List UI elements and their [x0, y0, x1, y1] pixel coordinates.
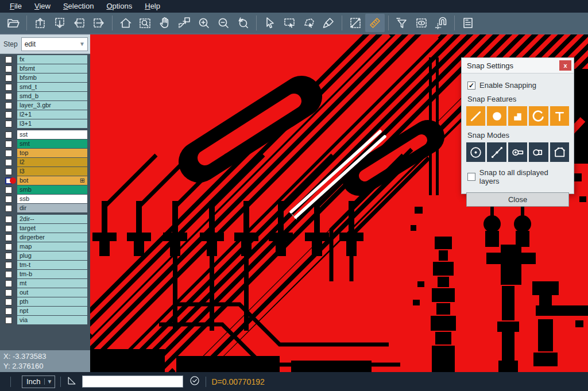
layer-row[interactable]: bot ⊞ [0, 176, 90, 185]
export-right-icon[interactable] [89, 14, 109, 32]
layer-row[interactable]: tm-b ⊞ [0, 270, 90, 278]
layer-name[interactable]: l2+1 [17, 110, 87, 119]
layer-visibility-checkbox[interactable] [0, 196, 17, 203]
layer-name[interactable]: l3 [17, 167, 87, 176]
select-rectangle-icon[interactable] [280, 14, 299, 32]
snap-feature-polygon-icon[interactable] [508, 106, 527, 126]
layer-visibility-checkbox[interactable] [0, 131, 17, 138]
zoom-window-icon[interactable] [175, 14, 194, 32]
layer-visibility-checkbox[interactable] [0, 141, 17, 148]
export-down-icon[interactable] [50, 14, 69, 32]
layer-row[interactable]: npt ⊞ [0, 307, 90, 315]
layer-visibility-checkbox[interactable] [0, 65, 17, 72]
layer-name[interactable]: l2 [17, 158, 87, 167]
snap-mode-slot-icon[interactable] [529, 142, 548, 162]
layer-visibility-checkbox[interactable] [0, 205, 17, 212]
layer-name[interactable]: target [17, 224, 87, 233]
all-layers-checkbox[interactable] [467, 173, 475, 181]
view-region-icon[interactable] [412, 14, 431, 32]
layer-visibility-checkbox[interactable] [0, 56, 17, 63]
layer-row[interactable]: ssb ⊞ [0, 195, 90, 203]
pan-hand-icon[interactable] [155, 14, 175, 32]
layer-visibility-checkbox[interactable] [0, 216, 17, 223]
layer-row[interactable]: fx ⊞ [0, 55, 90, 64]
layer-name[interactable]: smt [17, 140, 87, 148]
layer-name[interactable]: out [17, 288, 87, 297]
layer-visibility-checkbox[interactable] [0, 308, 17, 315]
layer-name[interactable]: bfsmb [17, 73, 87, 82]
layer-name[interactable]: tm-b [17, 270, 87, 278]
layer-visibility-checkbox[interactable] [0, 159, 17, 166]
layer-row[interactable]: bfsmt ⊞ [0, 64, 90, 73]
dialog-titlebar[interactable]: Snap Settings x [462, 58, 574, 73]
snap-magnet-icon[interactable] [431, 14, 451, 32]
select-polygon-icon[interactable] [299, 14, 319, 32]
brush-icon[interactable] [319, 14, 338, 32]
layer-name[interactable]: bot [17, 176, 87, 185]
layer-row[interactable]: bfsmb ⊞ [0, 73, 90, 82]
snap-mode-slot-origin-icon[interactable] [508, 142, 527, 162]
menu-item[interactable]: Help [138, 0, 167, 13]
layer-name[interactable]: dirgerber [17, 233, 87, 242]
layer-name[interactable]: bfsmt [17, 64, 87, 73]
layer-visibility-checkbox[interactable] [0, 243, 17, 250]
layer-name[interactable]: 2dir-- [17, 215, 87, 223]
layer-row[interactable]: mt ⊞ [0, 279, 90, 288]
layer-visibility-checkbox[interactable] [0, 111, 17, 118]
layer-row[interactable]: l2+1 ⊞ [0, 110, 90, 119]
layer-name[interactable]: npt [17, 307, 87, 315]
select-pointer-icon[interactable] [260, 14, 280, 32]
layer-visibility-checkbox[interactable] [0, 102, 17, 109]
layer-visibility-checkbox[interactable] [0, 187, 17, 193]
layer-row[interactable]: via ⊞ [0, 316, 90, 324]
layer-row[interactable]: smb ⊞ [0, 185, 90, 194]
layer-name[interactable]: ssb [17, 195, 87, 203]
layer-row[interactable]: tm-t ⊞ [0, 261, 90, 269]
layer-visibility-checkbox[interactable] [0, 225, 17, 232]
layer-visibility-checkbox[interactable] [0, 289, 17, 296]
layer-name[interactable]: plug [17, 251, 87, 260]
units-select[interactable]: Inch ▼ [22, 375, 55, 388]
layer-visibility-checkbox[interactable] [0, 121, 17, 127]
layer-name[interactable]: pth [17, 297, 87, 306]
export-up-icon[interactable] [30, 14, 50, 32]
snap-mode-center-icon[interactable] [466, 142, 485, 162]
step-select[interactable]: edit ▼ [21, 37, 88, 51]
measure-line-icon[interactable] [346, 14, 365, 32]
layer-visibility-checkbox[interactable] [0, 168, 17, 175]
home-icon[interactable] [116, 14, 136, 32]
layer-name[interactable]: top [17, 149, 87, 157]
snap-mode-vertex-icon[interactable] [550, 142, 569, 162]
layer-visibility-checkbox[interactable] [0, 262, 17, 269]
layer-name[interactable]: via [17, 316, 87, 324]
layer-visibility-checkbox[interactable] [0, 93, 17, 100]
layer-visibility-checkbox[interactable] [0, 150, 17, 157]
layer-row[interactable]: smd_t ⊞ [0, 83, 90, 91]
zoom-area-icon[interactable] [136, 14, 155, 32]
layer-row[interactable]: l2 ⊞ [0, 158, 90, 167]
open-folder-icon[interactable] [3, 14, 23, 32]
layer-name[interactable]: map [17, 242, 87, 251]
layer-row[interactable]: dirgerber ⊞ [0, 233, 90, 242]
zoom-previous-icon[interactable] [233, 14, 253, 32]
export-left-icon[interactable] [69, 14, 89, 32]
layer-row[interactable]: layer_3.gbr ⊞ [0, 101, 90, 110]
layer-visibility-checkbox[interactable] [0, 234, 17, 241]
layer-row[interactable]: l3+1 ⊞ [0, 119, 90, 128]
layer-row[interactable]: plug ⊞ [0, 251, 90, 260]
layer-visibility-checkbox[interactable] [0, 317, 17, 324]
layer-name[interactable]: layer_3.gbr [17, 101, 87, 110]
menu-item[interactable]: View [28, 0, 57, 13]
layer-row[interactable]: top ⊞ [0, 149, 90, 157]
layer-visibility-checkbox[interactable] [0, 84, 17, 91]
snap-mode-midpoint-icon[interactable] [487, 142, 506, 162]
layer-visibility-checkbox[interactable] [0, 75, 17, 82]
layer-row[interactable]: smd_b ⊞ [0, 92, 90, 100]
layer-visibility-checkbox[interactable] [0, 280, 17, 287]
menu-item[interactable]: Options [100, 0, 138, 13]
layer-visibility-checkbox[interactable] [0, 271, 17, 278]
layer-row[interactable]: smt ⊞ [0, 140, 90, 148]
measure-ruler-icon[interactable] [365, 14, 385, 32]
layer-name[interactable]: sst [17, 130, 87, 139]
layer-name[interactable]: smd_t [17, 83, 87, 91]
